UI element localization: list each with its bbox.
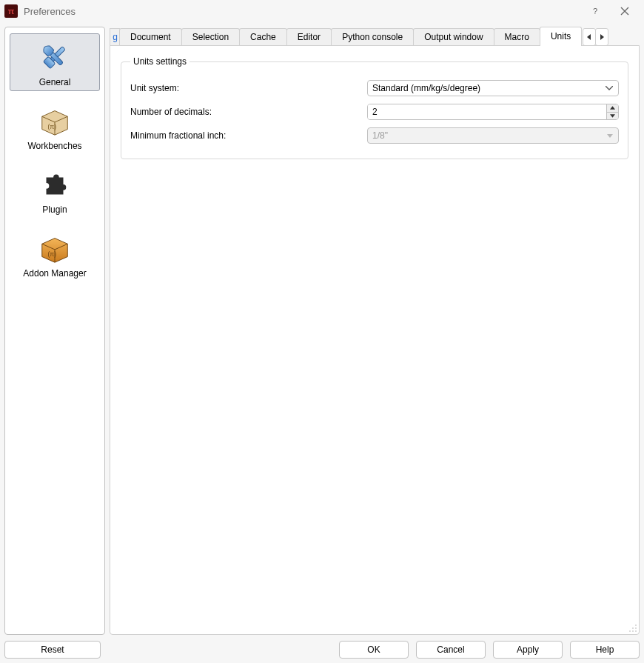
dialog-button-bar: Reset OK Cancel Apply Help [4,635,640,659]
tab-scroll-left-icon[interactable] [583,28,596,46]
help-icon[interactable]: ? [580,0,610,22]
sidebar-item-label: Addon Manager [23,268,86,279]
reset-button[interactable]: Reset [4,641,101,659]
unit-system-select[interactable]: Standard (mm/kg/s/degree) [367,80,619,96]
settings-panel: g Document Selection Cache Editor Python… [110,27,640,635]
svg-point-8 [635,627,637,629]
tab-editor[interactable]: Editor [286,28,332,46]
tools-icon [34,39,76,76]
unit-system-label: Unit system: [130,83,367,93]
sidebar-item-addon-manager[interactable]: (π) Addon Manager [10,224,100,282]
tab-bar: g Document Selection Cache Editor Python… [110,27,640,46]
tab-label: Units [551,31,571,41]
svg-point-7 [632,627,634,629]
tab-python-console[interactable]: Python console [331,28,414,46]
tab-output-window[interactable]: Output window [413,28,494,46]
window-title: Preferences [24,6,76,17]
apply-button[interactable]: Apply [493,641,563,659]
ok-button[interactable]: OK [339,641,409,659]
decimals-spinbox[interactable] [367,104,619,120]
sidebar-item-label: Plugin [42,204,67,215]
resize-grip-icon[interactable] [628,624,637,633]
tab-label: Macro [505,32,529,42]
svg-point-9 [629,630,631,632]
puzzle-icon [34,166,76,203]
spin-up-icon[interactable] [607,104,618,113]
tab-label: Cache [250,32,276,42]
tab-units[interactable]: Units [540,27,582,46]
tab-label: Selection [192,32,229,42]
app-icon: π [4,4,18,18]
box-icon: (π) [34,102,76,139]
tab-label: Document [130,32,171,42]
cancel-button[interactable]: Cancel [416,641,486,659]
tab-scroll-right-icon[interactable] [595,28,608,46]
category-sidebar: General (π) Workbenches [4,27,105,635]
spin-down-icon[interactable] [607,113,618,120]
package-icon: (π) [34,230,76,267]
svg-text:?: ? [593,7,597,16]
sidebar-item-plugin[interactable]: Plugin [10,161,100,219]
min-fractional-select: 1/8" [367,127,619,144]
tab-label: Editor [298,32,321,42]
sidebar-item-label: Workbenches [27,141,81,151]
close-icon[interactable] [610,0,640,22]
decimals-input[interactable] [368,104,606,119]
svg-point-6 [635,624,637,626]
min-fractional-label: Minimum fractional inch: [130,130,367,141]
min-fractional-value: 1/8" [372,130,388,141]
tab-content: Units settings Unit system: Standard (mm… [110,45,640,635]
tab-cache[interactable]: Cache [239,28,287,46]
tab-selection[interactable]: Selection [181,28,240,46]
tab-label: Output window [424,32,483,42]
tab-label: Python console [342,32,403,42]
svg-point-10 [632,630,634,632]
svg-text:(π): (π) [47,123,56,130]
help-button[interactable]: Help [570,641,640,659]
decimals-label: Number of decimals: [130,107,367,117]
titlebar: π Preferences ? [0,0,644,22]
sidebar-item-label: General [39,77,71,87]
svg-text:(π): (π) [47,250,56,258]
svg-point-11 [635,630,637,632]
tab-document[interactable]: Document [119,28,182,46]
tab-overflow-hint[interactable]: g [110,28,120,46]
group-title: Units settings [130,56,189,67]
tab-macro[interactable]: Macro [494,28,540,46]
sidebar-item-general[interactable]: General [10,33,100,91]
units-settings-group: Units settings Unit system: Standard (mm… [121,56,628,159]
sidebar-item-workbenches[interactable]: (π) Workbenches [10,97,100,155]
